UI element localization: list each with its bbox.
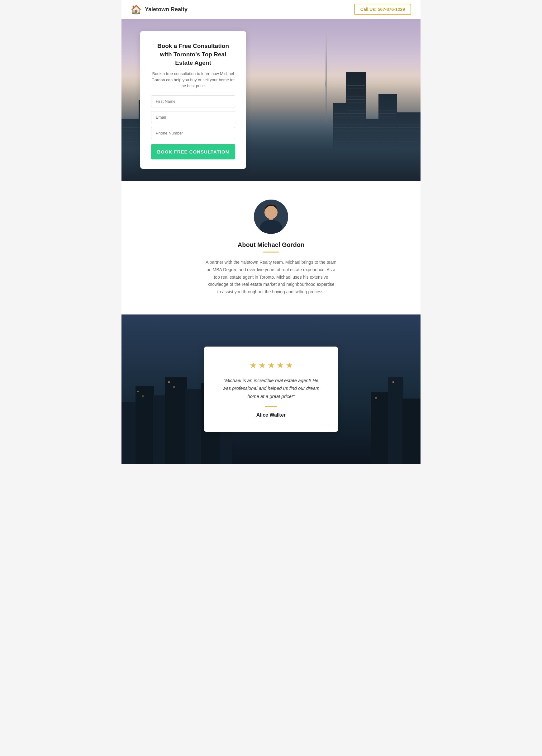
about-section-wrapper: 3 [121, 181, 421, 314]
star-1: ★ [249, 361, 257, 370]
testimonial-section: ★ ★ ★ ★ ★ "Michael is an incredible real… [121, 314, 421, 464]
svg-rect-19 [402, 399, 421, 464]
logo-text: Yaletown Realty [145, 6, 187, 13]
svg-rect-10 [121, 402, 137, 464]
svg-rect-24 [375, 397, 377, 399]
testimonial-author: Alice Walker [219, 412, 323, 418]
svg-rect-11 [135, 386, 154, 464]
svg-rect-20 [137, 391, 139, 392]
page-wrapper: 1 🏠 Yaletown Realty Call Us: 567-876-122… [121, 0, 421, 464]
star-5: ★ [286, 361, 293, 370]
testimonial-divider [265, 406, 277, 407]
hero-form-card: Book a Free Consultation with Toronto's … [140, 31, 246, 168]
logo-icon: 🏠 [131, 4, 142, 15]
svg-rect-3 [265, 208, 277, 210]
logo-area: 🏠 Yaletown Realty [131, 4, 187, 15]
call-button[interactable]: Call Us: 567-876-1229 [354, 4, 411, 15]
book-consultation-button[interactable]: BOOK FREE CONSULTATION [151, 144, 235, 159]
svg-point-1 [265, 206, 277, 219]
testimonial-quote: "Michael is an incredible real estate ag… [219, 376, 323, 400]
about-name: About Michael Gordon [134, 241, 408, 248]
svg-rect-8 [269, 218, 273, 220]
email-input[interactable] [151, 111, 235, 123]
stars-container: ★ ★ ★ ★ ★ [219, 361, 323, 370]
svg-rect-25 [393, 381, 394, 383]
form-subtitle: Book a free consultation to learn how Mi… [151, 71, 235, 89]
svg-point-2 [265, 205, 277, 211]
testimonial-section-wrapper: 4 [121, 314, 421, 464]
agent-avatar [254, 200, 288, 234]
svg-rect-17 [371, 392, 389, 464]
star-4: ★ [277, 361, 284, 370]
header-section: 1 🏠 Yaletown Realty Call Us: 567-876-122… [121, 0, 421, 19]
first-name-input[interactable] [151, 95, 235, 107]
star-3: ★ [267, 361, 275, 370]
svg-point-4 [261, 223, 281, 234]
svg-point-5 [268, 211, 270, 213]
svg-rect-12 [153, 395, 167, 464]
svg-rect-21 [142, 395, 144, 397]
svg-point-6 [273, 211, 274, 213]
svg-rect-14 [185, 389, 202, 464]
svg-rect-22 [168, 381, 170, 383]
svg-rect-23 [173, 386, 175, 388]
about-bio: A partner with the Yaletown Realty team,… [205, 259, 337, 296]
testimonial-card: ★ ★ ★ ★ ★ "Michael is an incredible real… [204, 347, 338, 432]
form-title: Book a Free Consultation with Toronto's … [151, 42, 235, 67]
hero: Book a Free Consultation with Toronto's … [121, 19, 421, 181]
hero-section: 2 [121, 19, 421, 181]
header: 🏠 Yaletown Realty Call Us: 567-876-1229 [121, 0, 421, 19]
svg-rect-13 [165, 377, 187, 464]
svg-rect-18 [388, 377, 403, 464]
star-2: ★ [258, 361, 266, 370]
gold-divider [263, 252, 279, 253]
avatar-illustration [254, 200, 288, 234]
svg-point-7 [270, 213, 272, 215]
about-section: About Michael Gordon A partner with the … [121, 181, 421, 314]
phone-input[interactable] [151, 127, 235, 139]
